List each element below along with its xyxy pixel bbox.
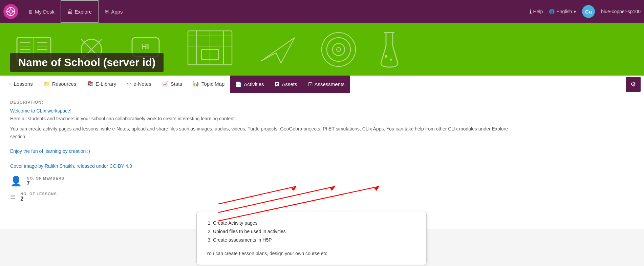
stats-label: Stats	[171, 81, 182, 87]
lessons-value: 2	[20, 196, 57, 202]
svg-point-39	[390, 59, 392, 61]
callout-item-1: Create Activity pages	[213, 219, 417, 227]
topicmap-label: Topic Map	[201, 81, 224, 87]
help-label: Help	[533, 9, 543, 14]
members-label: NO. OF MEMBERS	[27, 176, 64, 180]
svg-line-30	[276, 53, 281, 63]
topicmap-icon: 📊	[193, 81, 199, 87]
language-button[interactable]: 🌐 English ▾	[549, 9, 576, 14]
svg-point-38	[385, 55, 387, 58]
svg-point-33	[332, 43, 345, 56]
apps-button[interactable]: ⊞ Apps	[99, 0, 129, 23]
assessments-icon: ☑	[308, 81, 313, 87]
cover-text: Cover image by Rafikh Shaikh, released u…	[10, 163, 634, 169]
avatar: Cu	[582, 5, 595, 18]
main-content: DESCRIPTION: Welcome to CLIx workspace! …	[0, 93, 644, 229]
explore-label: Explore	[74, 9, 92, 15]
folder-icon: 📁	[44, 81, 50, 87]
assessments-label: Assessments	[315, 81, 345, 87]
tab-enotes[interactable]: ✏ e-Notes	[122, 76, 157, 93]
resources-label: Resources	[52, 81, 77, 87]
callout-item-2: Upload files to be used in activities	[213, 227, 417, 236]
apps-icon: ⊞	[105, 8, 109, 15]
username: blue-copper-sp100	[601, 9, 641, 14]
list-icon: ≡	[9, 81, 12, 87]
welcome-text: Welcome to CLIx workspace!	[10, 108, 634, 114]
chart-icon: 📈	[162, 81, 169, 87]
callout-footer: You can create Lesson plans, design your…	[206, 249, 417, 258]
lessons-stat-icon: ≡	[10, 191, 16, 202]
activities-icon: 📄	[235, 81, 242, 87]
explore-icon: 🏛	[67, 9, 72, 15]
tab-lessons[interactable]: ≡ Lessons	[3, 76, 38, 93]
edit-icon: ✏	[127, 81, 131, 87]
info-icon: ℹ	[530, 8, 532, 15]
description-line2: Here all students and teachers in your s…	[10, 115, 518, 122]
activities-label: Activities	[244, 81, 264, 87]
svg-point-1	[9, 10, 13, 13]
svg-marker-29	[261, 38, 295, 63]
school-banner: HI	[0, 23, 644, 76]
svg-point-34	[337, 47, 341, 52]
tab-assessments[interactable]: ☑ Assessments	[303, 76, 350, 93]
svg-text:HI: HI	[142, 42, 149, 51]
globe-icon: 🌐	[549, 9, 555, 14]
my-desk-label: My Desk	[35, 9, 55, 15]
svg-point-32	[327, 38, 350, 61]
lessons-label: NO. OF LESSONS	[20, 192, 57, 196]
language-label: English	[556, 9, 572, 14]
tab-stats[interactable]: 📈 Stats	[157, 76, 188, 93]
explore-button[interactable]: 🏛 Explore	[61, 0, 99, 23]
apps-label: Apps	[111, 9, 123, 15]
tab-topicmap[interactable]: 📊 Topic Map	[188, 76, 230, 93]
lessons-label: Lessons	[14, 81, 33, 87]
assets-icon: 🖼	[275, 81, 280, 87]
callout-box: Create Activity pages Upload files to be…	[196, 212, 427, 265]
tab-elibrary[interactable]: 📚 E-Library	[82, 76, 122, 93]
members-stat: 👤 NO. OF MEMBERS 7	[10, 176, 634, 187]
my-desk-button[interactable]: 🖥 My Desk	[22, 0, 61, 23]
tab-resources[interactable]: 📁 Resources	[38, 76, 82, 93]
school-title: Name of School (server id)	[10, 53, 164, 72]
app-logo[interactable]	[3, 4, 18, 19]
lessons-stat: ≡ NO. OF LESSONS 2	[10, 191, 634, 202]
members-value: 7	[27, 180, 64, 186]
description-line3: You can create activity pages and lesson…	[10, 125, 518, 140]
callout-item-3: Create assessments in H5P	[213, 236, 417, 244]
enjoy-text: Enjoy the fun of learning by creation :)	[10, 148, 634, 154]
top-right-controls: ℹ Help 🌐 English ▾ Cu blue-copper-sp100	[530, 5, 641, 18]
desk-icon: 🖥	[28, 9, 33, 15]
settings-button[interactable]: ⚙	[626, 77, 641, 92]
members-icon: 👤	[10, 176, 22, 187]
gear-icon: ⚙	[630, 81, 636, 88]
chevron-down-icon: ▾	[574, 9, 576, 14]
elibrary-label: E-Library	[95, 81, 116, 87]
book-icon: 📚	[87, 81, 93, 87]
enotes-label: e-Notes	[133, 81, 151, 87]
tab-assets[interactable]: 🖼 Assets	[269, 76, 302, 93]
description-label: DESCRIPTION:	[10, 100, 634, 105]
top-navigation: 🖥 My Desk 🏛 Explore ⊞ Apps ℹ Help 🌐 Engl…	[0, 0, 644, 23]
help-button[interactable]: ℹ Help	[530, 8, 543, 15]
stats-section: 👤 NO. OF MEMBERS 7 ≡ NO. OF LESSONS 2	[10, 176, 634, 202]
content-tabs: ≡ Lessons 📁 Resources 📚 E-Library ✏ e-No…	[0, 76, 644, 93]
assets-label: Assets	[282, 81, 297, 87]
tab-activities[interactable]: 📄 Activities	[230, 76, 269, 93]
